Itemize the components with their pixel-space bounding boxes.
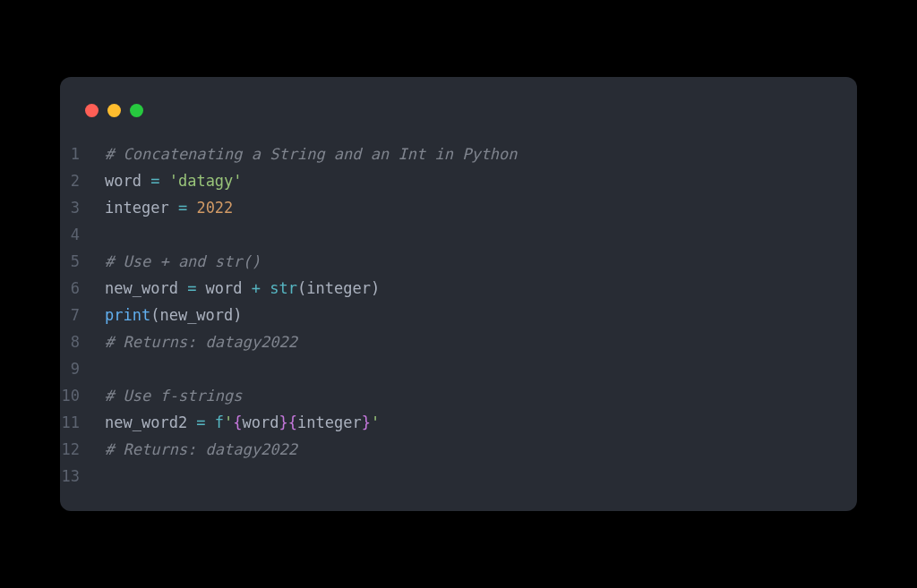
- code-token: integer: [297, 413, 362, 431]
- line-content[interactable]: # Concatenating a String and an Int in P…: [105, 141, 518, 167]
- code-token: [261, 279, 270, 297]
- line-content[interactable]: integer = 2022: [105, 194, 233, 221]
- line-number: 4: [60, 221, 105, 248]
- code-token: {: [233, 413, 242, 431]
- code-token: =: [150, 172, 159, 190]
- code-line[interactable]: 8# Returns: datagy2022: [60, 328, 839, 355]
- line-content[interactable]: [105, 355, 114, 382]
- code-token: =: [196, 413, 205, 431]
- line-number: 5: [60, 248, 105, 275]
- line-number: 2: [60, 167, 105, 194]
- line-number: 7: [60, 302, 105, 328]
- line-content[interactable]: [105, 463, 114, 490]
- code-token: (new_word): [150, 306, 242, 324]
- code-token: f: [215, 413, 224, 431]
- line-content[interactable]: # Returns: datagy2022: [105, 328, 297, 355]
- code-line[interactable]: 5# Use + and str(): [60, 248, 839, 275]
- code-token: [187, 199, 196, 217]
- code-token: word: [243, 413, 279, 431]
- line-number: 3: [60, 194, 105, 221]
- line-number: 12: [60, 436, 105, 463]
- code-editor-window: 1# Concatenating a String and an Int in …: [60, 77, 857, 511]
- minimize-icon[interactable]: [107, 104, 121, 117]
- code-line[interactable]: 9: [60, 355, 839, 382]
- code-line[interactable]: 4: [60, 221, 839, 248]
- code-line[interactable]: 7print(new_word): [60, 302, 839, 328]
- line-number: 10: [60, 382, 105, 409]
- code-token: ': [224, 413, 233, 431]
- line-number: 11: [60, 409, 105, 436]
- code-token: +: [252, 279, 261, 297]
- code-token: # Use f-strings: [105, 387, 243, 405]
- code-token: [159, 172, 168, 190]
- code-token: =: [187, 279, 196, 297]
- code-token: 'datagy': [169, 172, 243, 190]
- line-number: 6: [60, 275, 105, 302]
- line-content[interactable]: new_word = word + str(integer): [105, 275, 380, 302]
- code-line[interactable]: 10# Use f-strings: [60, 382, 839, 409]
- code-line[interactable]: 3integer = 2022: [60, 194, 839, 221]
- code-token: str: [270, 279, 297, 297]
- line-number: 9: [60, 355, 105, 382]
- code-token: word: [105, 172, 150, 190]
- code-token: new_word: [105, 279, 187, 297]
- code-token: word: [196, 279, 251, 297]
- code-line[interactable]: 2word = 'datagy': [60, 167, 839, 194]
- code-token: integer: [105, 199, 178, 217]
- code-token: }: [362, 413, 371, 431]
- line-content[interactable]: # Returns: datagy2022: [105, 436, 297, 463]
- code-token: new_word2: [105, 413, 196, 431]
- code-token: =: [178, 199, 187, 217]
- code-token: # Concatenating a String and an Int in P…: [105, 145, 518, 163]
- code-line[interactable]: 1# Concatenating a String and an Int in …: [60, 141, 839, 167]
- line-number: 1: [60, 141, 105, 167]
- line-number: 8: [60, 328, 105, 355]
- code-token: [206, 413, 215, 431]
- code-token: print: [105, 306, 150, 324]
- code-token: }{: [279, 413, 297, 431]
- line-content[interactable]: word = 'datagy': [105, 167, 243, 194]
- line-content[interactable]: # Use f-strings: [105, 382, 243, 409]
- code-line[interactable]: 11new_word2 = f'{word}{integer}': [60, 409, 839, 436]
- code-line[interactable]: 12# Returns: datagy2022: [60, 436, 839, 463]
- code-token: # Returns: datagy2022: [105, 333, 297, 351]
- maximize-icon[interactable]: [130, 104, 143, 117]
- code-token: ': [371, 413, 380, 431]
- code-token: # Use + and str(): [105, 252, 261, 270]
- line-content[interactable]: # Use + and str(): [105, 248, 261, 275]
- window-controls: [60, 98, 857, 141]
- line-content[interactable]: new_word2 = f'{word}{integer}': [105, 409, 380, 436]
- code-line[interactable]: 6new_word = word + str(integer): [60, 275, 839, 302]
- code-token: # Returns: datagy2022: [105, 440, 297, 458]
- code-line[interactable]: 13: [60, 463, 839, 490]
- code-area[interactable]: 1# Concatenating a String and an Int in …: [60, 141, 857, 490]
- line-content[interactable]: print(new_word): [105, 302, 243, 328]
- code-token: (integer): [297, 279, 380, 297]
- line-number: 13: [60, 463, 105, 490]
- line-content[interactable]: [105, 221, 114, 248]
- code-token: 2022: [196, 199, 233, 217]
- close-icon[interactable]: [85, 104, 99, 117]
